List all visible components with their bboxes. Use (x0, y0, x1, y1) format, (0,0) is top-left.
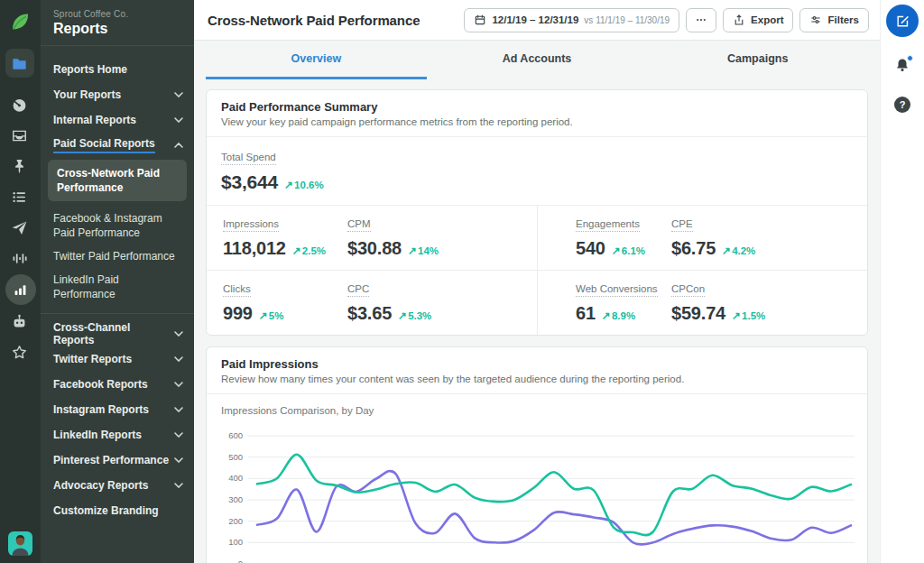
svg-text:500: 500 (228, 452, 243, 462)
sidebar-item-label: LinkedIn Reports (53, 429, 142, 441)
chevron-down-icon (174, 432, 183, 438)
page-title: Cross-Network Paid Performance (208, 13, 457, 28)
export-button[interactable]: Export (723, 8, 793, 32)
svg-text:400: 400 (228, 473, 243, 483)
sidebar-item-label: Advocacy Reports (53, 479, 148, 492)
sidebar-item-facebook-instagram-paid-performance[interactable]: Facebook & Instagram Paid Performance (41, 207, 194, 245)
metric-delta: ↗8.9% (602, 309, 635, 322)
metric-value: $3.65 (347, 303, 392, 324)
svg-text:100: 100 (228, 537, 243, 547)
sidebar-item-linkedin-reports[interactable]: LinkedIn Reports (41, 422, 194, 448)
metric-delta: ↗1.5% (732, 309, 765, 322)
impressions-chart-section: Impressions Comparison, by Day 010020030… (207, 394, 867, 563)
sidebar-item-label: Your Reports (53, 88, 121, 101)
filters-button[interactable]: Filters (799, 8, 869, 32)
svg-text:300: 300 (228, 494, 243, 504)
metric-clicks: Clicks999↗5% (207, 280, 347, 324)
up-trend-icon: ↗ (259, 309, 268, 322)
tab-ad-accounts[interactable]: Ad Accounts (427, 41, 648, 79)
metric-label: Engagements (576, 218, 640, 232)
metric-cpe: CPE$6.75↗4.2% (671, 215, 867, 259)
sidebar-header: Sprout Coffee Co. Reports (41, 0, 194, 46)
impressions-card-header: Paid Impressions Review how many times y… (207, 347, 867, 394)
compose-button[interactable] (886, 5, 919, 37)
help-button[interactable]: ? (894, 97, 910, 113)
sidebar-item-label: Instagram Reports (53, 403, 149, 416)
listening-icon[interactable] (5, 244, 34, 272)
chevron-down-icon (174, 407, 183, 412)
sidebar-item-label: Pinterest Performance (53, 454, 169, 466)
metric-label: CPE (671, 218, 693, 232)
notification-dot (907, 55, 913, 61)
paid-performance-summary-card: Paid Performance Summary View your key p… (206, 89, 868, 336)
metric-delta: ↗4.2% (722, 245, 755, 257)
sidebar-item-label: Customize Branding (53, 504, 159, 517)
bot-icon[interactable] (5, 307, 34, 336)
metric-value: 61 (576, 303, 596, 324)
total-spend-label: Total Spend (221, 152, 276, 165)
impressions-title: Paid Impressions (221, 357, 853, 371)
reports-icon[interactable] (5, 274, 36, 305)
sprout-logo-icon[interactable] (5, 7, 34, 36)
premium-icon[interactable] (5, 337, 34, 366)
date-range-button[interactable]: 12/1/19 – 12/31/19 vs 11/1/19 – 11/30/19 (464, 8, 679, 32)
ellipsis-icon (695, 14, 707, 26)
sidebar-item-advocacy-reports[interactable]: Advocacy Reports (41, 473, 194, 498)
sidebar-item-cross-network-paid-performance[interactable]: Cross-Network Paid Performance (48, 160, 187, 201)
up-trend-icon: ↗ (408, 245, 417, 257)
more-options-button[interactable] (686, 8, 716, 32)
sidebar-item-twitter-paid-performance[interactable]: Twitter Paid Performance (41, 245, 194, 268)
sidebar-item-linkedin-paid-performance[interactable]: LinkedIn Paid Performance (41, 268, 194, 306)
sidebar-item-facebook-reports[interactable]: Facebook Reports (41, 372, 194, 397)
chart-title: Impressions Comparison, by Day (221, 405, 853, 416)
sidebar-item-internal-reports[interactable]: Internal Reports (41, 107, 194, 133)
sidebar-item-pinterest-performance[interactable]: Pinterest Performance (41, 448, 194, 473)
chevron-down-icon (174, 331, 183, 337)
reports-sidebar: Sprout Coffee Co. Reports Reports HomeYo… (41, 0, 194, 563)
feed-list-icon[interactable] (5, 182, 34, 211)
sidebar-item-twitter-reports[interactable]: Twitter Reports (41, 346, 194, 372)
svg-text:200: 200 (228, 516, 243, 526)
tab-campaigns[interactable]: Campaigns (647, 41, 868, 79)
sidebar-item-paid-social-reports[interactable]: Paid Social Reports (41, 133, 194, 158)
metric-value: $30.88 (347, 238, 402, 259)
user-avatar[interactable] (8, 531, 32, 556)
metric-value: 118,012 (223, 238, 286, 259)
metric-delta: ↗5.3% (398, 309, 431, 322)
topbar: Cross-Network Paid Performance 12/1/19 –… (194, 0, 880, 41)
sidebar-item-label: Cross-Channel Reports (53, 321, 174, 346)
metric-value: $59.74 (671, 303, 725, 324)
metric-label: Web Conversions (576, 283, 658, 297)
sidebar-item-label: Twitter Reports (53, 353, 132, 365)
app-icon-rail (0, 0, 41, 563)
metric-web-conversions: Web Conversions61↗8.9% (538, 280, 671, 324)
impressions-chart[interactable]: 0100200300400500600123456789101112131415… (221, 427, 853, 563)
export-icon (733, 14, 745, 26)
up-trend-icon: ↗ (732, 309, 741, 322)
sidebar-item-reports-home[interactable]: Reports Home (41, 57, 194, 82)
sidebar-item-customize-branding[interactable]: Customize Branding (41, 498, 194, 523)
metric-label: CPCon (671, 283, 705, 297)
inbox-icon[interactable] (5, 121, 34, 150)
notifications-button[interactable] (894, 57, 910, 77)
pin-icon[interactable] (5, 152, 34, 180)
main-panel: Cross-Network Paid Performance 12/1/19 –… (194, 0, 880, 563)
tab-strip: OverviewAd AccountsCampaigns (194, 41, 880, 79)
folder-icon[interactable] (5, 49, 34, 78)
gauge-icon[interactable] (5, 90, 34, 119)
total-spend-value: $3,644 (221, 171, 278, 193)
metric-impressions: Impressions118,012↗2.5% (207, 215, 347, 259)
sidebar-title: Reports (53, 21, 181, 37)
sidebar-item-instagram-reports[interactable]: Instagram Reports (41, 397, 194, 422)
up-trend-icon: ↗ (612, 245, 621, 257)
metric-delta: ↗2.5% (292, 245, 326, 257)
sidebar-item-cross-channel-reports[interactable]: Cross-Channel Reports (41, 321, 194, 346)
metric-label: Clicks (223, 283, 251, 297)
tab-overview[interactable]: Overview (206, 41, 427, 79)
summary-title: Paid Performance Summary (221, 100, 853, 114)
sidebar-item-your-reports[interactable]: Your Reports (41, 82, 194, 107)
chevron-down-icon (174, 382, 183, 387)
up-trend-icon: ↗ (722, 245, 731, 257)
total-spend-delta: ↗10.6% (284, 179, 324, 191)
publishing-icon[interactable] (5, 213, 34, 242)
